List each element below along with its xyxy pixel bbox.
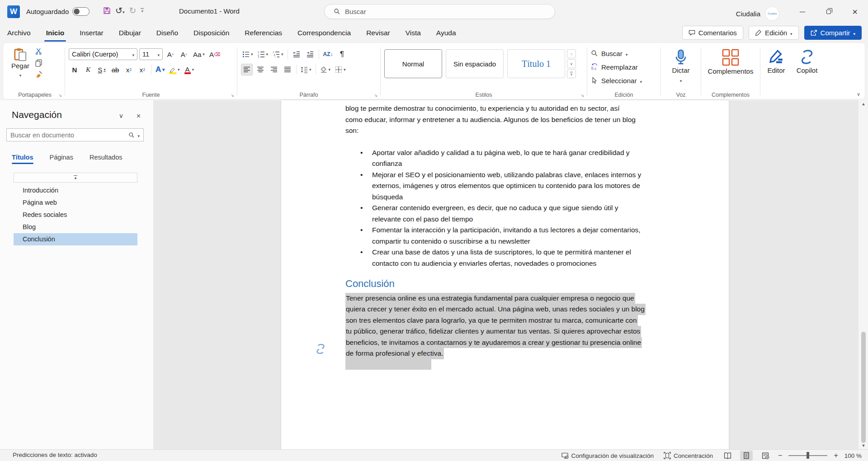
search-icon[interactable]: [128, 132, 135, 138]
scroll-up-icon[interactable]: ▲: [859, 102, 868, 106]
nav-tab-paginas[interactable]: Páginas: [50, 154, 73, 164]
text-effects-button[interactable]: A: [154, 64, 166, 75]
navigation-close-icon[interactable]: ×: [137, 112, 141, 120]
list-item[interactable]: Aportar valor añadido y calidad a tu pág…: [345, 147, 707, 169]
underline-button[interactable]: S: [96, 64, 108, 75]
addins-button[interactable]: Complementos: [705, 47, 756, 75]
editor-button[interactable]: Editor: [764, 47, 788, 74]
navigation-search-input[interactable]: [7, 132, 128, 139]
tab-revisar[interactable]: Revisar: [365, 27, 391, 39]
replace-button[interactable]: Reemplazar: [591, 60, 657, 74]
increase-indent-button[interactable]: [304, 48, 316, 60]
decrease-indent-button[interactable]: [291, 48, 302, 60]
zoom-in-button[interactable]: +: [834, 452, 838, 460]
tab-referencias[interactable]: Referencias: [244, 27, 283, 39]
tab-archivo[interactable]: Archivo: [6, 27, 32, 39]
show-marks-button[interactable]: ¶: [336, 48, 348, 60]
tab-vista[interactable]: Vista: [405, 27, 422, 39]
headings-collapse-button[interactable]: ▲: [14, 173, 137, 183]
list-item[interactable]: Mejorar el SEO y el posicionamiento web,…: [345, 169, 707, 203]
scrollbar-thumb[interactable]: [861, 332, 866, 443]
style-normal[interactable]: Normal: [384, 49, 442, 78]
editing-mode-button[interactable]: Edición: [749, 26, 799, 40]
undo-button[interactable]: ↺▾: [115, 5, 124, 16]
copy-icon[interactable]: [35, 59, 42, 67]
document-page[interactable]: blog te permite demostrar tu conocimient…: [281, 100, 729, 449]
tab-ayuda[interactable]: Ayuda: [435, 27, 457, 39]
format-painter-icon[interactable]: [35, 71, 42, 78]
italic-button[interactable]: K: [82, 64, 94, 75]
paste-button[interactable]: Pegar: [9, 47, 32, 79]
zoom-out-button[interactable]: −: [778, 452, 782, 460]
nav-heading-redes-sociales[interactable]: Redes sociales: [14, 209, 137, 221]
share-button[interactable]: Compartir: [804, 26, 862, 40]
tab-diseno[interactable]: Diseño: [156, 27, 179, 39]
undo-dropdown-icon[interactable]: ▾: [123, 10, 125, 14]
dialog-launcher-icon[interactable]: ↘: [580, 93, 584, 98]
numbered-list-button[interactable]: [256, 48, 270, 60]
scroll-down-icon[interactable]: ▼: [859, 443, 868, 448]
navigation-chevron-icon[interactable]: ∨: [119, 112, 123, 119]
subscript-button[interactable]: x2: [123, 64, 135, 75]
find-button[interactable]: Buscar: [591, 47, 657, 60]
dialog-launcher-icon[interactable]: ↘: [374, 93, 377, 98]
autosave-toggle[interactable]: [72, 7, 90, 16]
strikethrough-button[interactable]: ab: [109, 64, 121, 75]
zoom-slider[interactable]: [788, 455, 827, 456]
sort-button[interactable]: AZ↓: [322, 48, 335, 60]
nav-tab-resultados[interactable]: Resultados: [90, 154, 123, 164]
minimize-button[interactable]: [789, 0, 816, 24]
shrink-font-button[interactable]: A˅: [178, 48, 190, 60]
nav-heading-conclusion[interactable]: Conclusión: [14, 233, 137, 245]
chevron-down-icon[interactable]: [137, 131, 140, 139]
tab-insertar[interactable]: Insertar: [79, 27, 104, 39]
read-mode-button[interactable]: [721, 451, 734, 461]
change-case-button[interactable]: Aa: [192, 48, 206, 60]
collapse-ribbon-icon[interactable]: ∨: [857, 91, 860, 97]
customize-qat-icon[interactable]: ∨: [141, 8, 144, 13]
bold-button[interactable]: N: [69, 64, 80, 75]
tab-correspondencia[interactable]: Correspondencia: [297, 27, 352, 39]
font-name-combo[interactable]: Calibri (Cuerpo): [69, 48, 137, 60]
dictate-button[interactable]: Dictar: [665, 47, 697, 84]
dialog-launcher-icon[interactable]: ↘: [58, 93, 62, 98]
conclusion-heading[interactable]: Conclusión: [345, 278, 707, 290]
multilevel-list-button[interactable]: [271, 48, 285, 60]
web-layout-button[interactable]: [759, 451, 772, 461]
grow-font-button[interactable]: A˄: [165, 48, 176, 60]
list-item[interactable]: Generar contenido evergreen, es decir, q…: [345, 202, 707, 225]
highlight-color-button[interactable]: [168, 64, 181, 75]
top-search-box[interactable]: Buscar: [324, 4, 555, 19]
selected-paragraph[interactable]: Tener presencia online es una estrategia…: [345, 293, 707, 370]
font-color-button[interactable]: A: [183, 64, 196, 75]
tab-dibujar[interactable]: Dibujar: [118, 27, 142, 39]
nav-tab-titulos[interactable]: Títulos: [12, 154, 33, 164]
cut-icon[interactable]: [35, 47, 42, 55]
borders-button[interactable]: [334, 64, 347, 75]
shading-button[interactable]: [319, 64, 332, 75]
clear-format-button[interactable]: A⌫: [208, 48, 222, 60]
display-settings-button[interactable]: Configuración de visualización: [560, 451, 656, 460]
comments-button[interactable]: Comentarios: [682, 26, 743, 40]
nav-heading-blog[interactable]: Blog: [14, 221, 137, 233]
redo-button[interactable]: ↻: [129, 5, 136, 16]
focus-mode-button[interactable]: Concentración: [662, 451, 715, 460]
styles-scroll-down-icon[interactable]: ∨: [567, 59, 576, 68]
align-left-button[interactable]: [241, 64, 253, 75]
margin-copilot-icon[interactable]: [315, 343, 326, 354]
styles-gallery-more-icon[interactable]: ∨: [567, 69, 576, 78]
copilot-button[interactable]: Copilot: [794, 47, 820, 74]
nav-heading-introduccion[interactable]: Introducción: [14, 184, 137, 197]
bullet-list-button[interactable]: [241, 48, 255, 60]
superscript-button[interactable]: x2: [137, 64, 148, 75]
line-spacing-button[interactable]: [299, 64, 313, 75]
list-item[interactable]: Fomentar la interacción y la participaci…: [345, 225, 707, 247]
select-button[interactable]: Seleccionar: [591, 74, 657, 87]
intro-paragraph[interactable]: blog te permite demostrar tu conocimient…: [345, 103, 707, 136]
list-item[interactable]: Crear una base de datos y una lista de s…: [345, 247, 707, 269]
close-button[interactable]: ×: [842, 0, 868, 24]
restore-button[interactable]: [816, 0, 842, 24]
zoom-slider-thumb[interactable]: [807, 452, 809, 459]
align-right-button[interactable]: [268, 64, 280, 75]
print-layout-button[interactable]: [740, 451, 753, 461]
